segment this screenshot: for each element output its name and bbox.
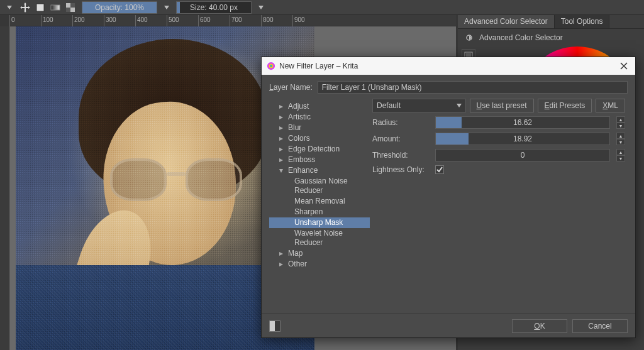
tree-sharpen[interactable]: Sharpen (269, 207, 370, 217)
brush-size-value: Size: 40.00 px (190, 3, 238, 12)
filter-category-tree[interactable]: ▸Adjust ▸Artistic ▸Blur ▸Colors ▸Edge De… (269, 99, 370, 307)
preview-toggle[interactable] (269, 320, 280, 332)
amount-input[interactable]: 18.92 (435, 133, 610, 145)
svg-point-13 (270, 65, 272, 67)
tree-wavelet-noise-reducer[interactable]: Wavelet Noise Reducer (269, 228, 370, 248)
tree-edge-detection[interactable]: ▸Edge Detection (269, 144, 370, 155)
amount-spinner[interactable]: ▲▼ (616, 133, 625, 145)
tab-tool-options[interactable]: Tool Options (555, 15, 610, 28)
tree-colors[interactable]: ▸Colors (269, 133, 370, 144)
radius-spinner[interactable]: ▲▼ (616, 116, 625, 129)
filter-params-panel: Default Use last preset Edit Presets XML… (370, 99, 628, 307)
lightness-only-label: Lightness Only: (372, 165, 429, 174)
filter-layer-dialog: New Filter Layer – Krita Layer Name: Fil… (261, 57, 636, 338)
horizontal-ruler: 0 100 200 300 400 500 600 700 800 900 (9, 15, 456, 26)
tree-map[interactable]: ▸Map (269, 248, 370, 259)
use-last-preset-button[interactable]: Use last preset (470, 99, 534, 112)
svg-rect-2 (51, 5, 60, 10)
tree-adjust[interactable]: ▸Adjust (269, 101, 370, 112)
svg-rect-5 (70, 8, 75, 12)
tree-emboss[interactable]: ▸Emboss (269, 155, 370, 165)
top-toolbar: Opacity: 100% Size: 40.00 px (0, 0, 644, 15)
opacity-slider[interactable]: Opacity: 100% (82, 1, 157, 14)
radius-input[interactable]: 16.62 (435, 116, 610, 129)
xml-button[interactable]: XML (596, 99, 625, 112)
edit-presets-button[interactable]: Edit Presets (538, 99, 592, 112)
tree-gaussian-noise-reducer[interactable]: Gaussian Noise Reducer (269, 176, 370, 196)
dialog-footer: OK Cancel (262, 314, 635, 337)
tree-mean-removal[interactable]: Mean Removal (269, 196, 370, 207)
lightness-only-checkbox[interactable] (435, 165, 444, 174)
threshold-input[interactable]: 0 (435, 149, 610, 161)
svg-rect-0 (36, 4, 44, 11)
color-selector-sublabel: Advanced Color Selector (479, 33, 563, 42)
vertical-ruler (0, 26, 9, 350)
tree-blur[interactable]: ▸Blur (269, 123, 370, 133)
dialog-title: New Filter Layer – Krita (279, 62, 358, 70)
close-button[interactable] (618, 60, 630, 72)
tree-artistic[interactable]: ▸Artistic (269, 112, 370, 123)
tree-enhance[interactable]: ▾Enhance (269, 165, 370, 176)
threshold-label: Threshold: (372, 151, 429, 160)
preset-dropdown[interactable]: Default (372, 99, 466, 112)
pattern-tool-icon[interactable] (64, 1, 77, 14)
opacity-dropdown-arrow[interactable] (162, 3, 171, 12)
move-tool-icon[interactable] (19, 1, 31, 14)
fill-tool-icon[interactable] (34, 1, 47, 14)
cancel-button[interactable]: Cancel (572, 319, 628, 333)
collapse-icon[interactable] (463, 31, 475, 44)
dialog-titlebar[interactable]: New Filter Layer – Krita (262, 57, 635, 75)
radius-label: Radius: (372, 118, 429, 127)
ok-button[interactable]: OK (512, 319, 567, 333)
size-dropdown-arrow[interactable] (257, 3, 265, 12)
krita-logo-icon (267, 62, 275, 70)
brush-dropdown-arrow[interactable] (5, 3, 14, 12)
tab-color-selector[interactable]: Advanced Color Selector (458, 15, 555, 28)
opacity-value: Opacity: 100% (95, 3, 144, 12)
layer-name-input[interactable]: Filter Layer 1 (Unsharp Mask) (318, 81, 628, 94)
tree-other[interactable]: ▸Other (269, 259, 370, 270)
amount-label: Amount: (372, 134, 429, 143)
tree-unsharp-mask[interactable]: Unsharp Mask (269, 217, 370, 228)
layer-name-label: Layer Name: (269, 83, 313, 92)
svg-rect-4 (66, 3, 70, 8)
brush-size-slider[interactable]: Size: 40.00 px (176, 1, 252, 14)
threshold-spinner[interactable]: ▲▼ (616, 149, 625, 161)
gradient-tool-icon[interactable] (49, 1, 62, 14)
